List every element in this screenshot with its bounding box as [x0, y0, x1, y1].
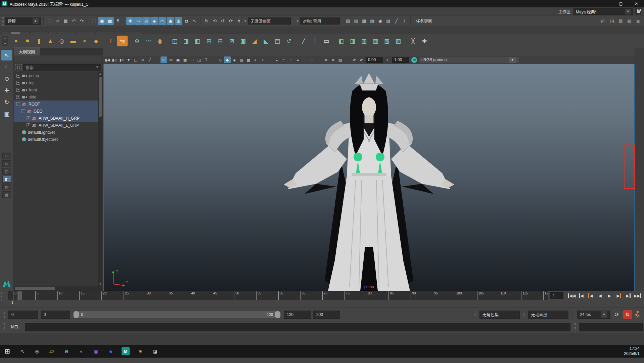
menu-item[interactable] — [153, 7, 161, 15]
panel-grip[interactable] — [573, 323, 576, 331]
workspace-select[interactable]: Maya 经典*▼ — [573, 8, 633, 15]
shelf-tab[interactable] — [77, 32, 86, 34]
outliner-vertical-scrollbar[interactable]: ▲ ▼ — [98, 72, 102, 286]
auto-keyframe-button[interactable]: ↻ — [623, 310, 632, 319]
expand-toggle-icon[interactable]: + — [16, 95, 20, 99]
outliner-row[interactable]: + front — [14, 86, 98, 93]
outliner-horizontal-scrollbar[interactable] — [14, 286, 102, 291]
expand-toggle-icon[interactable]: + — [16, 81, 20, 85]
current-frame-marker[interactable] — [17, 291, 22, 300]
exposure-icon[interactable]: ⟳ — [358, 56, 365, 63]
outliner-row[interactable]: defaultLightSet — [14, 129, 98, 136]
outliner-row[interactable]: + top — [14, 79, 98, 86]
character-set-select[interactable]: 无角色集 — [479, 311, 520, 319]
shelf-tab[interactable] — [124, 32, 133, 34]
menu-item[interactable] — [24, 7, 32, 15]
shelf-tab[interactable] — [39, 32, 48, 34]
shelf-tab[interactable] — [133, 32, 142, 34]
shelf-tab[interactable] — [20, 32, 30, 34]
outliner-row[interactable]: + side — [14, 93, 98, 100]
shelf-tab[interactable] — [58, 32, 67, 34]
search-input[interactable]: 搜索... ▼ — [23, 64, 101, 71]
menu-item[interactable] — [121, 7, 129, 15]
expand-toggle-icon[interactable]: + — [27, 123, 30, 127]
workspace-lock-icon[interactable] — [635, 8, 641, 14]
shelf-tab[interactable] — [95, 32, 105, 34]
outliner-row[interactable]: − GEO — [14, 108, 98, 115]
shelf-tab[interactable] — [86, 32, 95, 34]
shelf-tab[interactable] — [105, 32, 114, 34]
shelf-tab[interactable] — [30, 32, 39, 34]
fps-select[interactable]: 24 fps▼ — [577, 311, 610, 319]
range-end-handle[interactable] — [275, 311, 280, 318]
menu-item[interactable] — [0, 7, 8, 15]
mel-input[interactable] — [25, 323, 570, 331]
animation-start-field[interactable]: 0 — [8, 311, 38, 319]
menu-item[interactable] — [40, 7, 48, 15]
menu-item[interactable] — [16, 7, 24, 15]
shelf-tab[interactable] — [48, 32, 58, 34]
outliner-title-tab[interactable]: 大纲视图 — [14, 47, 40, 55]
expand-toggle-icon[interactable]: + — [16, 74, 20, 78]
close-button[interactable]: ✕ — [629, 0, 644, 7]
shelf-tab[interactable] — [114, 32, 124, 34]
expand-toggle-icon[interactable]: + — [27, 116, 30, 120]
expand-toggle-icon[interactable]: − — [16, 102, 20, 106]
panel-grip[interactable] — [1, 292, 3, 300]
outliner-row[interactable]: − ROOT — [14, 100, 98, 108]
expand-toggle-icon[interactable]: + — [16, 88, 20, 92]
menu-item[interactable] — [89, 7, 97, 15]
shelf-tab[interactable] — [1, 32, 11, 34]
menu-item[interactable] — [97, 7, 105, 15]
playback-loop-icon[interactable]: ⟳ — [612, 311, 621, 318]
shelf-menu-buttons[interactable]: ≡▾ — [2, 36, 8, 46]
current-frame-field[interactable]: 1 — [550, 292, 563, 299]
gamma-field[interactable]: 1.00 — [392, 57, 409, 63]
menu-item[interactable] — [113, 7, 121, 15]
menu-item[interactable] — [145, 7, 153, 15]
time-ruler[interactable]: 0510152025303540455055606570758085909510… — [8, 291, 548, 300]
range-slider[interactable]: 0 120 — [73, 311, 281, 318]
menu-item[interactable] — [32, 7, 40, 15]
menu-item[interactable] — [8, 7, 16, 15]
range-start-handle[interactable] — [74, 311, 79, 318]
menu-set-select[interactable]: 建模▼ — [5, 17, 41, 25]
menu-item[interactable] — [105, 7, 113, 15]
menu-item[interactable] — [64, 7, 73, 15]
outliner-row[interactable]: defaultObjectSet — [14, 136, 98, 143]
menu-item[interactable] — [56, 7, 64, 15]
contrast-icon[interactable]: ◐ — [384, 56, 391, 63]
menu-item[interactable] — [73, 7, 81, 15]
playback-start-field[interactable]: 0 — [41, 311, 70, 319]
taskbar-clock[interactable]: 17:24 2025/9/1 — [620, 345, 644, 358]
active-surface-field[interactable]: 无激活曲面 — [248, 17, 291, 25]
menu-item[interactable] — [48, 7, 56, 15]
character-model[interactable] — [275, 72, 463, 291]
outliner-row[interactable]: + AHW_SDAAII_L_GRP — [14, 122, 98, 129]
panel-grip[interactable] — [2, 323, 5, 331]
menu-item[interactable] — [81, 7, 89, 15]
symmetry-field[interactable]: 对称: 禁用 — [300, 17, 340, 25]
view-transform-select[interactable]: sRGB gamma▼ — [418, 57, 519, 63]
minimize-button[interactable]: – — [598, 0, 613, 7]
maximize-button[interactable]: ▢ — [613, 0, 629, 7]
filter-icon[interactable]: [ ] — [15, 64, 22, 70]
task-update-button[interactable]: 任务更新 — [413, 18, 435, 24]
playback-end-field[interactable]: 120 — [284, 311, 311, 319]
expand-toggle-icon[interactable]: − — [21, 109, 25, 113]
exposure-field[interactable]: 0.00 — [366, 57, 383, 63]
shelf-tab[interactable] — [67, 32, 77, 34]
menu-item[interactable] — [137, 7, 145, 15]
panel-grip[interactable] — [2, 310, 5, 319]
anim-layer-select[interactable]: 无动画层 — [528, 311, 568, 319]
menu-item[interactable] — [129, 7, 137, 15]
panel-grip[interactable] — [2, 17, 4, 26]
color-management-toggle[interactable]: ON — [411, 57, 417, 63]
viewport-canvas[interactable]: persp Y x — [103, 64, 635, 291]
animation-end-field[interactable]: 200 — [313, 311, 340, 319]
evaluation-runner-icon[interactable] — [634, 311, 640, 319]
shelf-tab[interactable] — [11, 32, 20, 34]
outliner-row[interactable]: + AHW_SDAAII_H_GRP — [14, 115, 98, 122]
mel-label[interactable]: MEL — [8, 325, 23, 329]
outliner-row[interactable]: + persp — [14, 72, 98, 79]
